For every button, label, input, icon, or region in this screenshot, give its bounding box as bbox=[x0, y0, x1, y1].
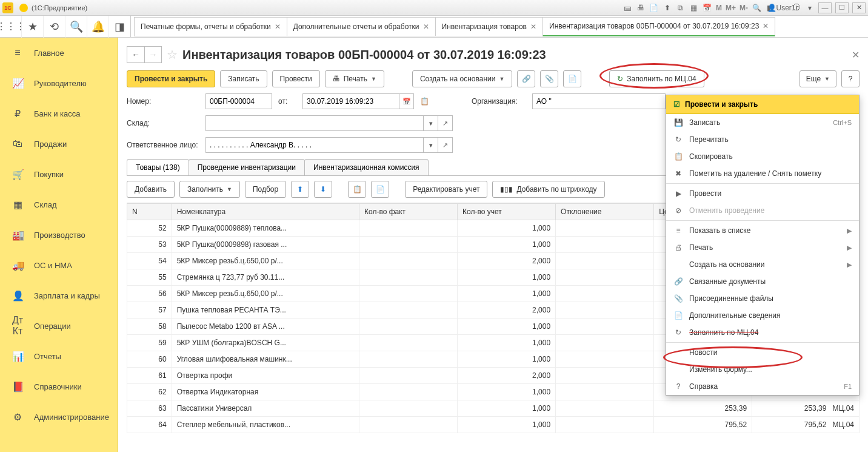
dropdown-icon[interactable]: ▾ bbox=[805, 3, 815, 13]
history-button[interactable]: ⟲ bbox=[44, 16, 65, 38]
notifications-button[interactable]: 🔔 bbox=[87, 16, 109, 38]
table-header[interactable]: Номенклатура bbox=[172, 204, 359, 220]
tab-additional-reports[interactable]: Дополнительные отчеты и обработки✕ bbox=[287, 17, 436, 36]
sidebar-item[interactable]: 🛒Покупки bbox=[0, 159, 118, 189]
back-button[interactable]: ← bbox=[127, 47, 144, 62]
dropdown-item[interactable]: 💾ЗаписатьCtrl+S bbox=[666, 114, 859, 131]
table-header[interactable]: N bbox=[127, 204, 172, 220]
dropdown-item[interactable]: Изменить форму... bbox=[666, 361, 859, 378]
m-minus-button[interactable]: M- bbox=[739, 4, 748, 12]
open-button[interactable]: ↗ bbox=[438, 137, 453, 153]
minimize-button[interactable]: — bbox=[818, 2, 832, 13]
print-icon2[interactable]: 🖶 bbox=[636, 3, 646, 13]
favorites-button[interactable]: ★ bbox=[22, 16, 44, 38]
warehouse-field[interactable] bbox=[205, 115, 424, 131]
sidebar-item[interactable]: 🛍Продажи bbox=[0, 129, 118, 159]
dropdown-item[interactable]: ↻Заполнить по МЦ.04 bbox=[666, 324, 859, 341]
tab-print-forms[interactable]: Печатные формы, отчеты и обработки✕ bbox=[134, 17, 287, 36]
more-button[interactable]: Еще▼ bbox=[800, 70, 836, 87]
zoom-icon[interactable]: 🔍 bbox=[752, 3, 761, 13]
user-icon[interactable]: 👤 User1c bbox=[778, 3, 788, 13]
search-button[interactable]: 🔍 bbox=[65, 16, 87, 38]
table-header[interactable]: Кол-во учет bbox=[458, 204, 556, 220]
subtab-goods[interactable]: Товары (138) bbox=[127, 159, 189, 175]
m-plus-button[interactable]: M+ bbox=[726, 4, 736, 12]
tab-inventory[interactable]: Инвентаризация товаров✕ bbox=[435, 17, 543, 36]
export-icon[interactable]: ⬆ bbox=[663, 3, 672, 13]
sidebar-item[interactable]: 📈Руководителю bbox=[0, 68, 118, 98]
dropdown-item[interactable]: ≡Показать в списке▶ bbox=[666, 222, 859, 239]
print-button[interactable]: 🖶Печать▼ bbox=[325, 70, 384, 87]
dropdown-button[interactable]: ▾ bbox=[424, 115, 438, 131]
help-button[interactable]: ? bbox=[841, 70, 860, 87]
dropdown-item[interactable]: ▶Провести bbox=[666, 185, 859, 202]
table-header[interactable]: Кол-во факт bbox=[359, 204, 458, 220]
page-close-button[interactable]: ✕ bbox=[852, 49, 860, 61]
dropdown-item[interactable]: Новости bbox=[666, 344, 859, 361]
info-icon[interactable]: ⓘ bbox=[792, 3, 801, 13]
create-based-button[interactable]: Создать на основании▼ bbox=[412, 70, 512, 87]
calendar-icon[interactable]: 📅 bbox=[399, 93, 414, 109]
post-and-close-button[interactable]: Провести и закрыть bbox=[127, 70, 215, 87]
sidebar-item[interactable]: ≡Главное bbox=[0, 38, 118, 68]
dropdown-item[interactable]: 🔗Связанные документы bbox=[666, 273, 859, 290]
save-button[interactable]: Записать bbox=[220, 70, 267, 87]
add-by-barcode-button[interactable]: ▮▯▮Добавить по штрихкоду bbox=[492, 181, 604, 198]
dropdown-button[interactable]: ▾ bbox=[424, 137, 438, 153]
print-icon[interactable]: 🖴 bbox=[623, 3, 632, 13]
tab-inventory-doc[interactable]: Инвентаризация товаров 00БП-000004 от 30… bbox=[542, 17, 775, 36]
dropdown-item[interactable]: ↻Перечитать bbox=[666, 131, 859, 148]
copy-button[interactable]: 📋 bbox=[348, 181, 366, 198]
related-docs-button[interactable]: 🔗 bbox=[517, 70, 535, 87]
additional-info-button[interactable]: 📄 bbox=[563, 70, 581, 87]
edit-account-button[interactable]: Редактировать учет bbox=[405, 181, 487, 198]
close-icon[interactable]: ✕ bbox=[423, 22, 429, 31]
close-icon[interactable]: ✕ bbox=[275, 22, 281, 31]
dropdown-item[interactable]: 📎Присоединенные файлы bbox=[666, 290, 859, 307]
forward-button[interactable]: → bbox=[144, 47, 161, 62]
subtab-conduct[interactable]: Проведение инвентаризации bbox=[189, 159, 305, 175]
sidebar-item[interactable]: 📕Справочники bbox=[0, 371, 118, 402]
dropdown-item[interactable]: 🖨Печать▶ bbox=[666, 239, 859, 256]
table-row[interactable]: 63Пассатижи Универсал1,000253,39253,39 М… bbox=[127, 400, 860, 417]
dropdown-item[interactable]: ✖Пометить на удаление / Снять пометку bbox=[666, 165, 859, 182]
move-up-button[interactable]: ⬆ bbox=[291, 181, 309, 198]
sidebar-item[interactable]: 🏭Производство bbox=[0, 220, 118, 250]
compare-icon[interactable]: ⧉ bbox=[676, 3, 686, 13]
sidebar-item[interactable]: 👤Зарплата и кадры bbox=[0, 280, 118, 311]
paste-button[interactable]: 📄 bbox=[371, 181, 389, 198]
org-field[interactable]: АО " bbox=[532, 93, 666, 109]
maximize-button[interactable]: ☐ bbox=[835, 2, 849, 13]
sidebar-item[interactable]: 🚚ОС и НМА bbox=[0, 250, 118, 280]
favorite-star-icon[interactable]: ☆ bbox=[167, 47, 178, 62]
dropdown-item[interactable]: ?СправкаF1 bbox=[666, 378, 859, 395]
lock-icon[interactable]: 📋 bbox=[420, 97, 429, 106]
attachments-button[interactable]: 📎 bbox=[540, 70, 558, 87]
table-header[interactable]: Отклонение bbox=[556, 204, 654, 220]
dropdown-item[interactable]: 📋Скопировать bbox=[666, 148, 859, 165]
sidebar-item[interactable]: ⚙Администрирование bbox=[0, 402, 118, 432]
close-window-button[interactable]: ✕ bbox=[852, 2, 866, 13]
number-field[interactable]: 00БП-000004 bbox=[205, 93, 272, 109]
fill-mc04-button[interactable]: ↻Заполнить по МЦ.04 bbox=[609, 70, 704, 87]
close-icon[interactable]: ✕ bbox=[763, 22, 769, 30]
dropdown-item[interactable]: Создать на основании▶ bbox=[666, 256, 859, 273]
dropdown-item[interactable]: 📄Дополнительные сведения bbox=[666, 307, 859, 324]
close-icon[interactable]: ✕ bbox=[530, 22, 536, 31]
select-button[interactable]: Подбор bbox=[245, 181, 286, 198]
move-down-button[interactable]: ⬇ bbox=[314, 181, 332, 198]
table-row[interactable]: 64Степлер мебельный, пластиков...1,00079… bbox=[127, 417, 860, 433]
apps-button[interactable]: ⋮⋮⋮ bbox=[0, 16, 22, 38]
add-button[interactable]: Добавить bbox=[127, 181, 175, 198]
dropdown-header[interactable]: ☑ Провести и закрыть bbox=[666, 95, 859, 114]
open-button[interactable]: ↗ bbox=[438, 115, 453, 131]
sidebar-item[interactable]: ▦Склад bbox=[0, 189, 118, 220]
sidebar-item[interactable]: Дт КтОперации bbox=[0, 311, 118, 341]
post-button[interactable]: Провести bbox=[272, 70, 320, 87]
responsible-field[interactable]: . . . . . . . . . . Александр В. . . . . bbox=[205, 137, 424, 153]
sidebar-item[interactable]: ₽Банк и касса bbox=[0, 98, 118, 129]
m-button[interactable]: M bbox=[716, 4, 722, 12]
subtab-commission[interactable]: Инвентаризационная комиссия bbox=[304, 159, 429, 175]
doc-icon[interactable]: 📄 bbox=[649, 3, 659, 13]
date-field[interactable]: 30.07.2019 16:09:23 bbox=[302, 93, 399, 109]
